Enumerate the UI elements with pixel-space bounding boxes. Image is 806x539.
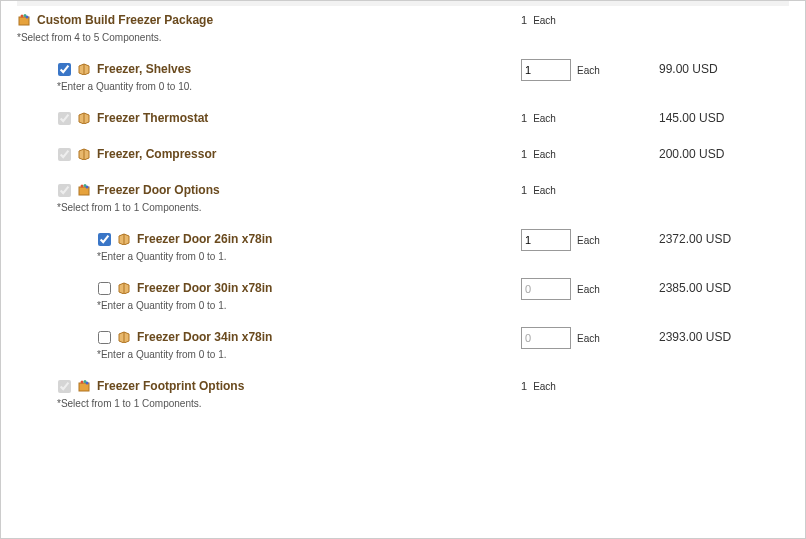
footprint-qty: 1 — [521, 380, 527, 392]
each-label: Each — [533, 113, 556, 124]
door-note-2: *Enter a Quantity from 0 to 1. — [97, 349, 513, 360]
root-note: *Select from 4 to 5 Components. — [17, 32, 513, 43]
door-options-note: *Select from 1 to 1 Components. — [57, 202, 513, 213]
box-icon — [77, 147, 91, 161]
door-options-title: Freezer Door Options — [97, 183, 220, 197]
box-icon — [117, 232, 131, 246]
root-qty: 1 — [521, 14, 527, 26]
each-label: Each — [533, 185, 556, 196]
door-checkbox-1[interactable] — [98, 282, 111, 295]
row-root: Custom Build Freezer Package *Select fro… — [17, 6, 789, 47]
package-icon — [77, 183, 91, 197]
each-label: Each — [533, 149, 556, 160]
each-label: Each — [533, 15, 556, 26]
door-note-0: *Enter a Quantity from 0 to 1. — [97, 251, 513, 262]
item-title-0: Freezer, Shelves — [97, 62, 191, 76]
door-options-qty: 1 — [521, 184, 527, 196]
box-icon — [117, 281, 131, 295]
item-qty-2: 1 — [521, 148, 527, 160]
row-footprint-options: Freezer Footprint Options *Select from 1… — [17, 372, 789, 413]
table-row: Freezer Thermostat1Each145.00 USD — [17, 104, 789, 132]
door-price-1: 2385.00 USD — [659, 278, 789, 298]
each-label: Each — [533, 381, 556, 392]
checkbox-footprint-options — [58, 380, 71, 393]
table-row: Freezer Door 34in x78in*Enter a Quantity… — [17, 323, 789, 364]
footprint-note: *Select from 1 to 1 Components. — [57, 398, 513, 409]
each-label: Each — [577, 284, 600, 295]
scroll-area[interactable]: PRODUCT QUANTITY PRICE Custom Build Free… — [1, 1, 805, 538]
package-icon — [77, 379, 91, 393]
root-title: Custom Build Freezer Package — [37, 13, 213, 27]
box-icon — [77, 62, 91, 76]
item-checkbox-2 — [58, 148, 71, 161]
svg-point-3 — [26, 16, 29, 19]
item-title-1: Freezer Thermostat — [97, 111, 208, 125]
door-title-0: Freezer Door 26in x78in — [137, 232, 272, 246]
door-price-2: 2393.00 USD — [659, 327, 789, 347]
box-icon — [77, 111, 91, 125]
table-row: Freezer Door 30in x78in*Enter a Quantity… — [17, 274, 789, 315]
item-note-0: *Enter a Quantity from 0 to 10. — [57, 81, 513, 92]
checkbox-door-options — [58, 184, 71, 197]
each-label: Each — [577, 65, 600, 76]
item-checkbox-0[interactable] — [58, 63, 71, 76]
door-note-1: *Enter a Quantity from 0 to 1. — [97, 300, 513, 311]
row-door-options: Freezer Door Options *Select from 1 to 1… — [17, 176, 789, 217]
door-checkbox-2[interactable] — [98, 331, 111, 344]
table-row: Freezer Door 26in x78in*Enter a Quantity… — [17, 225, 789, 266]
item-checkbox-1 — [58, 112, 71, 125]
package-icon — [17, 13, 31, 27]
svg-point-11 — [81, 185, 84, 188]
item-qty-input-0[interactable] — [521, 59, 571, 81]
item-price-1: 145.00 USD — [659, 108, 789, 128]
door-title-1: Freezer Door 30in x78in — [137, 281, 272, 295]
door-price-0: 2372.00 USD — [659, 229, 789, 249]
door-qty-input-1 — [521, 278, 571, 300]
each-label: Each — [577, 333, 600, 344]
door-qty-input-2 — [521, 327, 571, 349]
svg-point-23 — [86, 382, 89, 385]
box-icon — [117, 330, 131, 344]
footprint-title: Freezer Footprint Options — [97, 379, 244, 393]
svg-point-13 — [86, 186, 89, 189]
door-title-2: Freezer Door 34in x78in — [137, 330, 272, 344]
table-row: Freezer, Compressor1Each200.00 USD — [17, 140, 789, 168]
table-row: Freezer, Shelves*Enter a Quantity from 0… — [17, 55, 789, 96]
door-checkbox-0[interactable] — [98, 233, 111, 246]
svg-point-1 — [21, 15, 24, 18]
each-label: Each — [577, 235, 600, 246]
item-title-2: Freezer, Compressor — [97, 147, 216, 161]
door-qty-input-0[interactable] — [521, 229, 571, 251]
item-qty-1: 1 — [521, 112, 527, 124]
svg-point-21 — [81, 381, 84, 384]
item-price-0: 99.00 USD — [659, 59, 789, 79]
item-price-2: 200.00 USD — [659, 144, 789, 164]
